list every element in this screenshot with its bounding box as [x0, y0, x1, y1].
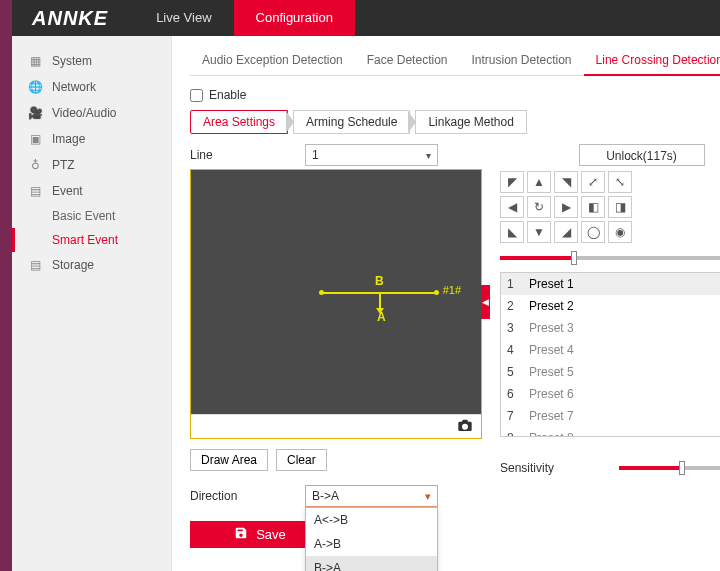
- tab-audio-exception[interactable]: Audio Exception Detection: [190, 46, 355, 75]
- ptz-up-left[interactable]: ◤: [500, 171, 524, 193]
- line-handle-left[interactable]: [319, 290, 324, 295]
- sensitivity-slider[interactable]: [619, 466, 720, 470]
- sidebar-item-label: Video/Audio: [52, 106, 117, 120]
- sidebar-item-label: Event: [52, 184, 83, 198]
- detection-tabs: Audio Exception Detection Face Detection…: [190, 46, 706, 76]
- focus-near-button[interactable]: ◧: [581, 196, 605, 218]
- direction-label: Direction: [190, 489, 305, 503]
- nav-configuration[interactable]: Configuration: [234, 0, 355, 36]
- sidebar-item-system[interactable]: ▦ System: [12, 48, 171, 74]
- sidebar-item-label: Storage: [52, 258, 94, 272]
- brand-logo: ANNKE: [12, 7, 134, 30]
- os-dock-stripe: [0, 0, 12, 571]
- preset-row[interactable]: 3 Preset 3: [501, 317, 720, 339]
- sidebar-item-label: PTZ: [52, 158, 75, 172]
- preset-name: Preset 7: [529, 409, 720, 423]
- line-label: Line: [190, 148, 305, 162]
- focus-far-button[interactable]: ◨: [608, 196, 632, 218]
- sidebar-item-storage[interactable]: ▤ Storage: [12, 252, 171, 278]
- preset-number: 4: [507, 343, 519, 357]
- preset-name: Preset 4: [529, 343, 720, 357]
- main-panel: Audio Exception Detection Face Detection…: [172, 36, 720, 571]
- sidebar: ▦ System 🌐 Network 🎥 Video/Audio ▣ Image…: [12, 36, 172, 571]
- subtab-area-settings[interactable]: Area Settings: [190, 110, 288, 134]
- marker-a: A: [377, 310, 386, 324]
- iris-close-button[interactable]: ◉: [608, 221, 632, 243]
- preset-name: Preset 2: [529, 299, 720, 313]
- slider-thumb[interactable]: [571, 251, 577, 265]
- detection-line[interactable]: B A #1#: [321, 292, 437, 294]
- preset-name: Preset 6: [529, 387, 720, 401]
- preset-number: 2: [507, 299, 519, 313]
- sidebar-item-ptz[interactable]: ♁ PTZ: [12, 152, 171, 178]
- sidebar-sub-smart-event[interactable]: Smart Event: [12, 228, 171, 252]
- sidebar-item-video-audio[interactable]: 🎥 Video/Audio: [12, 100, 171, 126]
- ptz-controls: ◤ ▲ ◥ ⤢ ⤡ ◀ ↻ ▶ ◧ ◨ ◣ ▼ ◢ ◯ ◉: [500, 171, 720, 243]
- save-icon: [234, 526, 248, 543]
- line-select-value: 1: [312, 148, 319, 162]
- zoom-out-button[interactable]: ⤡: [608, 171, 632, 193]
- chevron-right-icon: [408, 111, 416, 133]
- ptz-down-right[interactable]: ◢: [554, 221, 578, 243]
- ptz-auto[interactable]: ↻: [527, 196, 551, 218]
- sidebar-item-label: Image: [52, 132, 85, 146]
- unlock-button[interactable]: Unlock(117s): [579, 144, 705, 166]
- chevron-down-icon: ▾: [426, 150, 431, 161]
- preset-name: Preset 5: [529, 365, 720, 379]
- enable-checkbox[interactable]: [190, 89, 203, 102]
- clear-button[interactable]: Clear: [276, 449, 327, 471]
- preset-row[interactable]: 8 Preset 8: [501, 427, 720, 437]
- chevron-right-icon: [286, 111, 294, 133]
- preview-collapse-handle[interactable]: ◀: [481, 285, 490, 319]
- sidebar-item-event[interactable]: ▤ Event: [12, 178, 171, 204]
- preset-name: Preset 8: [529, 431, 720, 437]
- image-icon: ▣: [28, 132, 42, 146]
- sidebar-item-label: Network: [52, 80, 96, 94]
- ptz-speed-slider[interactable]: [500, 256, 720, 260]
- slider-thumb[interactable]: [679, 461, 685, 475]
- line-select[interactable]: 1 ▾: [305, 144, 438, 166]
- ptz-down-left[interactable]: ◣: [500, 221, 524, 243]
- iris-open-button[interactable]: ◯: [581, 221, 605, 243]
- direction-option-ab-both[interactable]: A<->B: [306, 508, 437, 532]
- sidebar-item-image[interactable]: ▣ Image: [12, 126, 171, 152]
- preview-area[interactable]: B A #1# ◀: [190, 169, 482, 439]
- system-icon: ▦: [28, 54, 42, 68]
- preset-row[interactable]: 1 Preset 1 ↷ ⚙ ✕: [501, 273, 720, 295]
- camera-icon[interactable]: [457, 418, 473, 435]
- ptz-icon: ♁: [28, 158, 42, 172]
- chevron-down-icon: ▾: [425, 490, 431, 503]
- ptz-up-right[interactable]: ◥: [554, 171, 578, 193]
- ptz-right[interactable]: ▶: [554, 196, 578, 218]
- preset-row[interactable]: 7 Preset 7: [501, 405, 720, 427]
- sidebar-sub-basic-event[interactable]: Basic Event: [12, 204, 171, 228]
- preset-row[interactable]: 4 Preset 4: [501, 339, 720, 361]
- preset-number: 6: [507, 387, 519, 401]
- sidebar-item-network[interactable]: 🌐 Network: [12, 74, 171, 100]
- preset-row[interactable]: 2 Preset 2: [501, 295, 720, 317]
- direction-dropdown: A<->B A->B B->A: [305, 507, 438, 571]
- direction-select[interactable]: B->A ▾: [305, 485, 438, 507]
- preset-number: 8: [507, 431, 519, 437]
- ptz-up[interactable]: ▲: [527, 171, 551, 193]
- tab-intrusion-detection[interactable]: Intrusion Detection: [459, 46, 583, 75]
- ptz-down[interactable]: ▼: [527, 221, 551, 243]
- line-handle-right[interactable]: [434, 290, 439, 295]
- subtab-linkage-method[interactable]: Linkage Method: [415, 110, 526, 134]
- video-icon: 🎥: [28, 106, 42, 120]
- subtab-arming-schedule[interactable]: Arming Schedule: [293, 110, 410, 134]
- zoom-in-button[interactable]: ⤢: [581, 171, 605, 193]
- topbar: ANNKE Live View Configuration: [12, 0, 720, 36]
- draw-area-button[interactable]: Draw Area: [190, 449, 268, 471]
- preset-row[interactable]: 5 Preset 5: [501, 361, 720, 383]
- nav-live-view[interactable]: Live View: [134, 0, 233, 36]
- preset-name: Preset 3: [529, 321, 720, 335]
- marker-b: B: [375, 274, 384, 288]
- tab-line-crossing[interactable]: Line Crossing Detection: [584, 46, 720, 76]
- ptz-left[interactable]: ◀: [500, 196, 524, 218]
- direction-option-b-to-a[interactable]: B->A: [306, 556, 437, 571]
- direction-option-a-to-b[interactable]: A->B: [306, 532, 437, 556]
- subtabs: Area Settings Arming Schedule Linkage Me…: [190, 110, 706, 134]
- tab-face-detection[interactable]: Face Detection: [355, 46, 460, 75]
- preset-row[interactable]: 6 Preset 6: [501, 383, 720, 405]
